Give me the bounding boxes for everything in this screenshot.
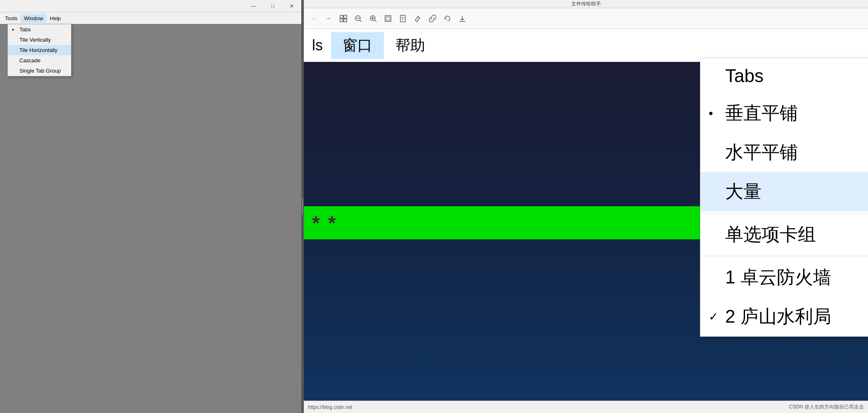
browser-content: ls 窗口 帮助 Tabs • 垂直平铺 水平平铺 大量 (304, 29, 868, 413)
dropdown-item-tile-vertically[interactable]: Tile Vertically (8, 35, 71, 45)
refresh-button[interactable] (441, 12, 454, 25)
main-content (0, 24, 301, 413)
link-button[interactable] (426, 12, 439, 25)
chinese-menu-bar: ls 窗口 帮助 (304, 32, 437, 59)
window-dropdown: • Tabs Tile Vertically Tile Horizontally… (7, 24, 71, 76)
svg-rect-0 (340, 15, 343, 18)
left-panel: — □ ✕ Tools Window Help • Tabs Tile Vert… (0, 0, 301, 413)
dropdown-item-tabs[interactable]: • Tabs (8, 24, 71, 35)
chinese-dropdown-tabs[interactable]: Tabs (700, 58, 868, 94)
svg-rect-3 (344, 19, 347, 22)
dropdown-item-single-tab-group[interactable]: Single Tab Group (8, 66, 71, 76)
chinese-dropdown-window1[interactable]: 1 卓云防火墙 (700, 258, 868, 297)
chinese-dropdown-tile-vertically[interactable]: • 垂直平铺 (700, 94, 868, 133)
browser-title: 文件传给助手 (304, 0, 868, 8)
back-button[interactable]: ← (307, 12, 320, 25)
menu-bar: Tools Window Help (0, 12, 301, 24)
download-button[interactable] (456, 12, 469, 25)
chinese-dropdown-window2[interactable]: ✓ 2 庐山水利局 (700, 297, 868, 336)
svg-rect-12 (386, 17, 390, 20)
close-button[interactable]: ✕ (282, 0, 301, 12)
fit-button[interactable] (381, 12, 395, 25)
chinese-menu-window[interactable]: 窗口 (331, 32, 384, 59)
maximize-button[interactable]: □ (263, 0, 282, 12)
bottom-bar-url: https://blog.csdn.net (308, 404, 352, 410)
forward-button[interactable]: → (322, 12, 335, 25)
menu-item-help[interactable]: Help (47, 14, 64, 23)
chinese-menu-help[interactable]: 帮助 (384, 32, 437, 59)
bullet-icon: • (12, 26, 14, 33)
chinese-dropdown-single-tab-group[interactable]: 单选项卡组 (700, 215, 868, 254)
zoom-out-button[interactable] (352, 12, 365, 25)
zoom-in-button[interactable] (367, 12, 380, 25)
chinese-window-dropdown: Tabs • 垂直平铺 水平平铺 大量 单选项卡组 (700, 58, 868, 337)
svg-rect-1 (344, 15, 347, 18)
chinese-menu-ls[interactable]: ls (304, 33, 331, 57)
svg-line-17 (418, 17, 420, 18)
dropdown-item-cascade[interactable]: Cascade (8, 55, 71, 66)
bottom-bar: https://blog.csdn.net CSDN @人生的方向随自己而走去 (304, 401, 868, 413)
edit-button[interactable] (411, 12, 424, 25)
ch-check-icon: ✓ (709, 310, 718, 323)
svg-line-10 (375, 20, 376, 22)
svg-line-6 (360, 20, 362, 22)
ch-bullet-icon: • (709, 106, 713, 120)
svg-rect-2 (340, 19, 343, 22)
chinese-dropdown-separator2 (700, 256, 868, 256)
chinese-dropdown-cascade[interactable]: 大量 (700, 172, 868, 211)
page-button[interactable] (396, 12, 409, 25)
menu-item-window[interactable]: Window (21, 14, 46, 23)
browser-toolbar: ← → (304, 8, 868, 29)
chinese-app-area: ls 窗口 帮助 (304, 29, 868, 62)
dropdown-item-tile-horizontally[interactable]: Tile Horizontally (8, 45, 71, 55)
title-bar-buttons: — □ ✕ (244, 0, 301, 12)
menu-item-tools[interactable]: Tools (2, 14, 21, 23)
minimize-button[interactable]: — (244, 0, 263, 12)
svg-rect-11 (385, 16, 391, 21)
asterisk-1: * (312, 212, 320, 234)
chinese-dropdown-tile-horizontally[interactable]: 水平平铺 (700, 133, 868, 172)
bottom-bar-right: CSDN @人生的方向随自己而走去 (789, 404, 864, 411)
title-bar: — □ ✕ (0, 0, 301, 12)
right-panel: 文件传给助手 ← → (304, 0, 868, 413)
asterisk-2: * (328, 212, 336, 234)
grid-button[interactable] (337, 12, 350, 25)
chinese-dropdown-separator (700, 213, 868, 213)
